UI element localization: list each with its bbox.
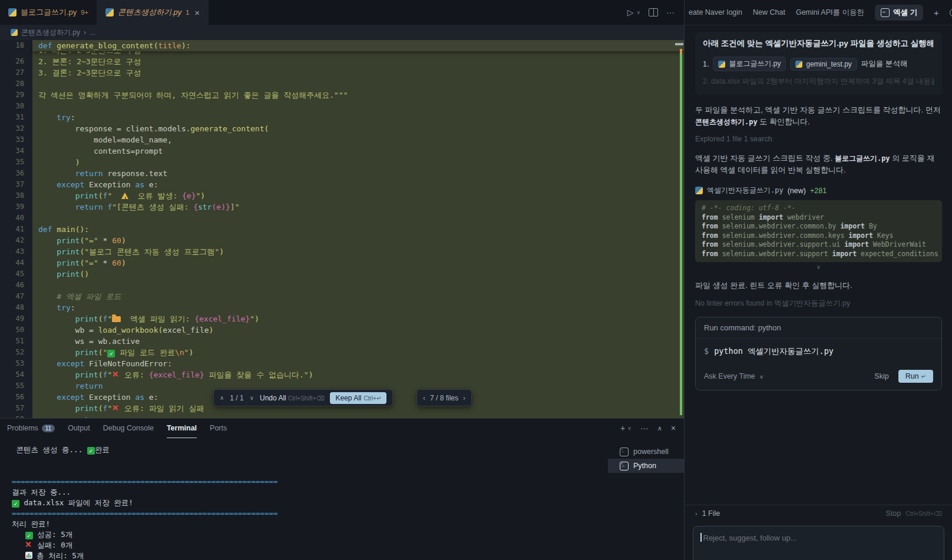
text-token: e: — [144, 393, 158, 402]
panel-tab-debug-console[interactable]: Debug Console — [103, 419, 154, 438]
text-token: print — [75, 191, 98, 200]
new-chat-icon[interactable]: + — [934, 8, 939, 18]
python-file-icon — [795, 61, 802, 68]
prev-file-icon[interactable]: ‹ — [423, 394, 425, 402]
chat-tab-history-2[interactable]: Gemini API를 이용한 — [796, 8, 864, 18]
text-token: ) — [209, 326, 214, 334]
text-token: def — [38, 225, 52, 234]
chat-tab-history-1[interactable]: eate Naver login — [689, 8, 742, 16]
panel-more-icon[interactable]: ··· — [640, 423, 649, 433]
history-clock-icon[interactable] — [950, 8, 952, 17]
code-text: print(" 파일 로드 완료\n") — [32, 347, 684, 358]
file-chip-gemini-test[interactable]: gemini_test.py — [790, 58, 857, 71]
panel-tab-ports[interactable]: Ports — [210, 419, 227, 438]
chat-tab-active[interactable]: 엑셀 기 — [875, 5, 923, 21]
maximize-panel-icon[interactable]: ∧ — [657, 425, 662, 432]
new-terminal-icon[interactable]: + — [620, 423, 625, 433]
text-token: main — [57, 225, 75, 234]
text-token: 60 — [112, 259, 121, 267]
breadcrumb-file[interactable]: 콘텐츠생성하기.py — [21, 28, 80, 38]
preview-code-line: from selenium.webdriver.support.ui impor… — [702, 240, 936, 250]
generated-file-header[interactable]: 엑셀기반자동글쓰기.py (new) +281 — [695, 185, 942, 195]
undo-all-button[interactable]: Undo All Ctrl+Shift+⌫ — [260, 394, 324, 402]
keep-all-button[interactable]: Keep AllCtrl+↵ — [330, 392, 386, 404]
next-change-icon[interactable]: ∨ — [250, 395, 254, 401]
text-token: 콘텐츠 생성 중... — [12, 445, 87, 454]
close-tab-icon[interactable]: × — [194, 8, 200, 18]
changed-files-bar: › 1 File Stop Ctrl+Shift+⌫ — [685, 505, 952, 521]
text-token: { — [193, 203, 198, 211]
tab-blog-file[interactable]: 블로그글쓰기.py 9+ — [0, 0, 97, 25]
prompt-symbol: $ — [704, 346, 709, 356]
text-token: print — [57, 259, 80, 267]
assistant-paragraph: 엑셀 기반 자동 글쓰기 스크립트 작성 중. 블로그글쓰기.py 의 로직을 … — [695, 153, 942, 176]
split-editor-icon[interactable] — [649, 8, 658, 16]
text-token — [38, 348, 75, 357]
file-chip-blog[interactable]: 블로그글쓰기.py — [713, 57, 786, 71]
changed-files-count[interactable]: 1 File — [702, 509, 720, 518]
skip-button[interactable]: Skip — [874, 372, 888, 380]
text-token: print — [57, 236, 80, 245]
breadcrumb-more[interactable]: ... — [90, 28, 95, 37]
user-message-card[interactable]: 아래 조건에 맞는 엑셀기반자동글쓰기.py 파일을 생성하고 실행해 1. 블… — [695, 32, 942, 95]
panel-tab-problems[interactable]: Problems11 — [7, 419, 55, 438]
run-button[interactable]: Run↵ — [898, 370, 933, 383]
linter-status: No linter errors found in 엑셀기반자동글쓰기.py — [695, 299, 942, 309]
text-token: ( — [98, 348, 103, 357]
text-token: import — [844, 240, 869, 248]
terminal-dropdown-icon[interactable]: ∨ — [627, 425, 632, 431]
code-line: 49 print(f" 엑셀 파일 읽기: {excel_file}") — [0, 313, 684, 324]
text-token: selenium.webdriver.common.by — [718, 222, 841, 230]
terminal-line — [12, 466, 278, 476]
text-token: = — [117, 135, 121, 144]
paragraph-text: 두 파일을 분석하고, 엑셀 기반 자동 글쓰기 스크립트를 작성합니다. 먼저 — [695, 105, 941, 114]
next-file-icon[interactable]: › — [463, 394, 465, 402]
text-token: import — [759, 213, 784, 221]
expand-files-icon[interactable]: › — [695, 510, 698, 517]
expand-code-icon[interactable]: ∨ — [695, 264, 942, 270]
tab-content-file[interactable]: 콘텐츠생성하기.py 1 × — [97, 0, 209, 25]
code-editor[interactable]: 18 def generate_blog_content(title): 1. … — [0, 40, 684, 418]
line-number: 53 — [0, 358, 32, 369]
line-number: 37 — [0, 179, 32, 190]
terminal-output[interactable]: 콘텐츠 생성 중... 완료==========================… — [12, 445, 278, 560]
user-list-item-1: 1. 블로그글쓰기.py gemini_test.py 파일을 분석해 — [703, 57, 934, 71]
stop-button[interactable]: Stop Ctrl+Shift+⌫ — [885, 509, 942, 518]
close-panel-icon[interactable]: × — [671, 423, 676, 433]
panel-tab-terminal[interactable]: Terminal — [167, 419, 197, 438]
chat-input[interactable]: Reject, suggest, follow up... — [693, 526, 944, 560]
line-number: 56 — [0, 392, 32, 403]
code-text: ) — [32, 157, 684, 168]
sticky-scroll-line[interactable]: 18 def generate_blog_content(title): — [0, 40, 684, 51]
tab-badge: 9+ — [81, 9, 88, 16]
terminal-instance-python[interactable]: Python — [608, 459, 684, 473]
code-line: 36 return response.text — [0, 168, 684, 179]
code-text: print(f" 엑셀 파일 읽기: {excel_file}") — [32, 313, 684, 324]
run-dropdown-icon[interactable]: ∨ — [636, 9, 640, 15]
terminal-instance-powershell[interactable]: powershell — [608, 445, 684, 459]
text-token: ]" — [230, 203, 240, 211]
text-token: : — [71, 303, 75, 312]
text-token: ) — [309, 370, 313, 379]
text-token: "블로그 콘텐츠 자동 생성 프로그램" — [84, 247, 219, 256]
line-number: 46 — [0, 280, 32, 291]
chat-tab-new-chat[interactable]: New Chat — [753, 8, 785, 16]
prev-change-icon[interactable]: ∧ — [220, 395, 224, 401]
overview-ruler-added[interactable] — [680, 54, 682, 415]
text-token: print — [75, 404, 98, 413]
code-text: print(f" 오류: {excel_file} 파일을 찾을 수 없습니다.… — [32, 369, 684, 380]
line-number: 18 — [0, 40, 32, 51]
text-token: import — [840, 222, 865, 230]
text-token: FileNotFoundError: — [84, 359, 172, 368]
run-python-file-icon[interactable]: ▷ — [627, 8, 634, 17]
scrollbar-thumb[interactable] — [675, 43, 683, 45]
breadcrumb[interactable]: 콘텐츠생성하기.py › ... — [0, 25, 695, 40]
chip-label: gemini_test.py — [806, 60, 851, 68]
terminal-line: 결과 저장 중... — [12, 487, 278, 498]
more-actions-icon[interactable]: ··· — [666, 8, 675, 17]
panel-tab-output[interactable]: Output — [68, 419, 90, 438]
ask-mode-dropdown[interactable]: Ask Every Time ∨ — [704, 372, 763, 380]
code-line: 39 return f"[콘텐츠 생성 실패: {str(e)}]" — [0, 201, 684, 213]
line-number: 50 — [0, 324, 32, 336]
text-token: ) — [200, 191, 205, 200]
